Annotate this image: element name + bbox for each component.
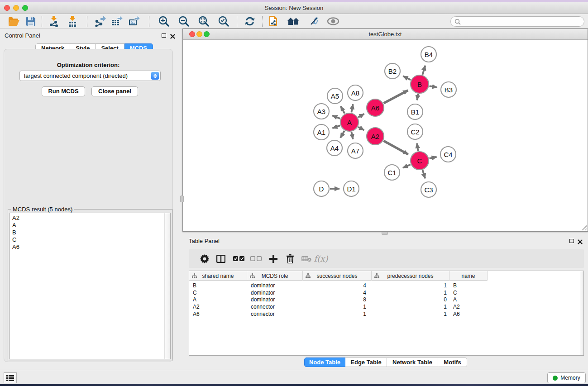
network-graph[interactable]: B4B2BB3A8A5A6B1A3AC2A1A2A4A7C4CC1C3DD1 <box>183 40 588 231</box>
column-header-shared-name[interactable]: shared name <box>189 271 247 281</box>
edge-C-C2[interactable] <box>417 143 418 151</box>
zoom-in-icon[interactable] <box>157 15 171 28</box>
edge-A2-C[interactable] <box>383 141 408 154</box>
edge-A-A6[interactable] <box>358 114 364 118</box>
zoom-out-icon[interactable] <box>177 15 191 28</box>
table-row[interactable]: A6connector11A6 <box>189 310 488 318</box>
table-cell[interactable]: dominator <box>247 289 303 296</box>
home-icon[interactable] <box>287 15 300 28</box>
column-header-predecessor-nodes[interactable]: predecessor nodes <box>372 271 449 281</box>
hide-visual-mapping-icon[interactable]: f <box>307 15 321 28</box>
table-cell[interactable]: C <box>189 289 247 296</box>
table-cell[interactable]: A <box>189 296 247 303</box>
table-cell[interactable]: A6 <box>449 310 488 318</box>
table-cell[interactable]: 1 <box>303 310 372 318</box>
close-window-light[interactable] <box>189 31 195 37</box>
node-table[interactable]: shared nameMCDS rolesuccessor nodesprede… <box>189 271 584 356</box>
minimize-window-light[interactable] <box>196 31 202 37</box>
minimize-window-light[interactable] <box>13 5 19 11</box>
edge-A-A7[interactable] <box>351 132 353 139</box>
edge-B-B3[interactable] <box>430 86 437 87</box>
close-panel-button[interactable]: Close panel <box>91 86 138 96</box>
gear-icon[interactable] <box>197 249 212 268</box>
edge-A-A3[interactable] <box>332 115 340 119</box>
zoom-fit-icon[interactable] <box>197 15 210 28</box>
table-cell[interactable]: connector <box>247 303 303 310</box>
table-row[interactable]: A2connector11A2 <box>189 303 488 310</box>
export-image-icon[interactable] <box>127 15 141 28</box>
dropdown-stepper-icon[interactable] <box>151 72 159 80</box>
delete-table-icon[interactable] <box>299 249 314 268</box>
mcds-result-item[interactable]: B <box>10 229 170 236</box>
table-cell[interactable]: C <box>449 289 488 296</box>
select-all-checked-icon[interactable] <box>231 249 247 268</box>
export-table-icon[interactable] <box>110 15 124 28</box>
edge-A-A2[interactable] <box>358 127 364 130</box>
deselect-all-icon[interactable] <box>249 249 264 268</box>
tab-node-table[interactable]: Node Table <box>304 357 345 367</box>
mcds-result-item[interactable]: A2 <box>10 213 170 222</box>
mcds-result-item[interactable]: C <box>10 236 170 243</box>
function-builder-icon[interactable]: f(x) <box>313 249 329 268</box>
clone-network-icon[interactable] <box>267 15 281 28</box>
edge-B-B1[interactable] <box>417 94 418 100</box>
splitter-handle[interactable] <box>382 232 388 235</box>
table-row[interactable]: Cdominator41C <box>189 289 488 296</box>
edge-A-A4[interactable] <box>340 131 344 138</box>
close-window-light[interactable] <box>4 5 10 11</box>
import-network-icon[interactable] <box>47 15 61 28</box>
mcds-result-item[interactable]: A6 <box>10 243 170 251</box>
column-header-successor-nodes[interactable]: successor nodes <box>303 271 372 281</box>
zoom-window-light[interactable] <box>204 31 210 37</box>
splitter-handle[interactable] <box>180 195 184 202</box>
table-cell[interactable]: A2 <box>189 303 247 310</box>
task-history-button[interactable] <box>4 372 17 383</box>
columns-icon[interactable] <box>213 249 229 268</box>
mcds-result-list[interactable]: A2ABCA6 <box>10 213 171 359</box>
scrollbar-track[interactable] <box>164 213 170 359</box>
close-panel-icon[interactable] <box>578 238 583 246</box>
network-canvas[interactable]: B4B2BB3A8A5A6B1A3AC2A1A2A4A7C4CC1C3DD1 <box>183 40 588 231</box>
edge-B-B2[interactable] <box>403 76 411 80</box>
table-cell[interactable]: 1 <box>372 282 449 289</box>
network-window-titlebar[interactable]: testGlobe.txt <box>183 29 588 40</box>
edge-B-B4[interactable] <box>422 66 425 75</box>
tab-motifs[interactable]: Motifs <box>438 357 467 367</box>
table-cell[interactable]: 1 <box>372 310 449 318</box>
search-input[interactable] <box>461 19 574 25</box>
close-panel-icon[interactable] <box>170 33 175 41</box>
edge-C-C4[interactable] <box>429 157 436 159</box>
edge-A-A1[interactable] <box>333 125 340 128</box>
scrollbar-track[interactable] <box>580 271 583 355</box>
export-network-icon[interactable] <box>93 15 107 28</box>
table-cell[interactable]: B <box>189 282 247 289</box>
table-cell[interactable]: 1 <box>372 303 449 310</box>
edge-C-C1[interactable] <box>403 165 411 168</box>
run-mcds-button[interactable]: Run MCDS <box>42 86 85 96</box>
table-cell[interactable]: 4 <box>303 282 372 289</box>
save-session-icon[interactable] <box>24 15 38 28</box>
table-cell[interactable]: connector <box>247 310 303 318</box>
float-panel-icon[interactable] <box>162 33 166 38</box>
table-cell[interactable]: A <box>449 296 488 303</box>
mcds-result-item[interactable]: A <box>10 222 170 229</box>
table-cell[interactable]: 1 <box>303 303 372 310</box>
table-cell[interactable]: dominator <box>247 282 303 289</box>
zoom-selected-icon[interactable] <box>217 15 230 28</box>
tab-edge-table[interactable]: Edge Table <box>345 357 387 367</box>
search-box[interactable] <box>450 16 584 27</box>
edge-A6-B[interactable] <box>384 91 408 104</box>
table-cell[interactable]: 0 <box>372 296 449 303</box>
criterion-dropdown[interactable]: largest connected component (directed) <box>19 71 161 81</box>
zoom-window-light[interactable] <box>22 5 28 11</box>
table-cell[interactable]: 4 <box>303 289 372 296</box>
open-session-icon[interactable] <box>7 15 21 28</box>
table-cell[interactable]: 8 <box>303 296 372 303</box>
column-header-name[interactable]: name <box>449 271 488 281</box>
memory-button[interactable]: Memory <box>547 372 586 383</box>
table-cell[interactable]: A2 <box>449 303 488 310</box>
edge-A-A8[interactable] <box>351 104 353 112</box>
tab-network-table[interactable]: Network Table <box>387 357 438 367</box>
table-cell[interactable]: 1 <box>372 289 449 296</box>
edge-A-A5[interactable] <box>341 106 345 114</box>
